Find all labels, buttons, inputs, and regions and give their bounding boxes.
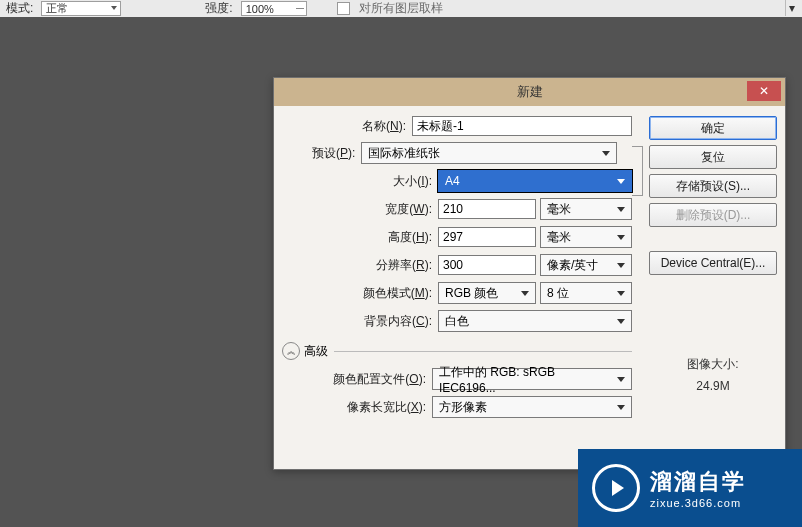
collapse-icon: ︽ [282, 342, 300, 360]
width-unit-select[interactable]: 毫米 [540, 198, 632, 220]
bg-select[interactable]: 白色 [438, 310, 632, 332]
intensity-label: 强度: [203, 0, 234, 17]
preset-select[interactable]: 国际标准纸张 [361, 142, 617, 164]
top-toolbar: 模式: 正常 强度: 100% 对所有图层取样 ▾ [0, 0, 802, 18]
resolution-label: 分辨率(R): [376, 257, 434, 274]
height-label: 高度(H): [388, 229, 434, 246]
mode-dropdown[interactable]: 正常 [41, 1, 121, 16]
form-area: 名称(N): 预设(P): 国际标准纸张 大小(I): A4 宽度(W): [282, 116, 632, 424]
width-label: 宽度(W): [385, 201, 434, 218]
reset-button[interactable]: 复位 [649, 145, 777, 169]
advanced-toggle-row[interactable]: ︽ 高级 [282, 342, 632, 360]
new-document-dialog: 新建 ✕ 名称(N): 预设(P): 国际标准纸张 大小(I): [273, 77, 786, 470]
device-central-button[interactable]: Device Central(E)... [649, 251, 777, 275]
bit-depth-select[interactable]: 8 位 [540, 282, 632, 304]
name-label: 名称(N): [362, 118, 408, 135]
image-size-value: 24.9M [649, 379, 777, 393]
ok-button[interactable]: 确定 [649, 116, 777, 140]
size-label: 大小(I): [393, 173, 434, 190]
resolution-input[interactable] [438, 255, 536, 275]
profile-label: 颜色配置文件(O): [333, 371, 428, 388]
divider [334, 351, 632, 352]
close-button[interactable]: ✕ [747, 81, 781, 101]
watermark-title: 溜溜自学 [650, 467, 746, 497]
image-size-info: 图像大小: 24.9M [649, 356, 777, 399]
name-input[interactable] [412, 116, 632, 136]
panel-toggle-icon[interactable]: ▾ [785, 0, 798, 16]
close-icon: ✕ [759, 84, 769, 98]
dialog-title: 新建 [517, 83, 543, 101]
dialog-buttons: 确定 复位 存储预设(S)... 删除预设(D)... Device Centr… [649, 116, 777, 275]
dialog-titlebar[interactable]: 新建 ✕ [274, 78, 785, 106]
sample-all-layers-label: 对所有图层取样 [359, 0, 443, 17]
sample-all-layers-checkbox[interactable] [337, 2, 350, 15]
pixel-aspect-select[interactable]: 方形像素 [432, 396, 632, 418]
color-mode-label: 颜色模式(M): [363, 285, 434, 302]
color-profile-select[interactable]: 工作中的 RGB: sRGB IEC6196... [432, 368, 632, 390]
aspect-label: 像素长宽比(X): [347, 399, 428, 416]
image-size-label: 图像大小: [649, 356, 777, 373]
resolution-unit-select[interactable]: 像素/英寸 [540, 254, 632, 276]
color-mode-select[interactable]: RGB 颜色 [438, 282, 536, 304]
height-unit-select[interactable]: 毫米 [540, 226, 632, 248]
play-icon [592, 464, 640, 512]
preset-label: 预设(P): [312, 145, 357, 162]
advanced-label: 高级 [304, 343, 328, 360]
watermark-url: zixue.3d66.com [650, 497, 746, 509]
size-select[interactable]: A4 [438, 170, 632, 192]
intensity-spinner[interactable]: 100% [241, 1, 307, 16]
watermark: 溜溜自学 zixue.3d66.com [578, 449, 802, 527]
preset-link-bracket [632, 146, 643, 196]
mode-label: 模式: [4, 0, 35, 17]
save-preset-button[interactable]: 存储预设(S)... [649, 174, 777, 198]
height-input[interactable] [438, 227, 536, 247]
width-input[interactable] [438, 199, 536, 219]
bg-label: 背景内容(C): [364, 313, 434, 330]
delete-preset-button[interactable]: 删除预设(D)... [649, 203, 777, 227]
